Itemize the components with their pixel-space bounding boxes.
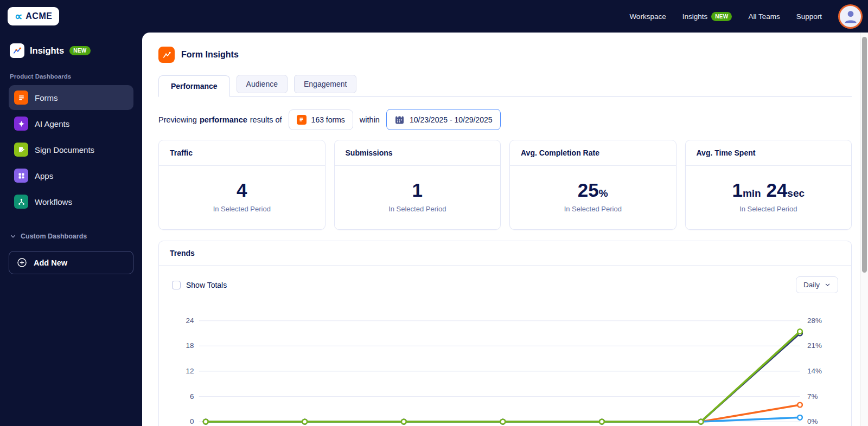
- user-avatar[interactable]: [838, 4, 863, 29]
- tab-engagement[interactable]: Engagement: [294, 75, 356, 93]
- traffic-value: 4: [159, 180, 325, 199]
- forms-icon: [14, 91, 28, 105]
- acme-logo-icon: ∝: [15, 11, 22, 22]
- stat-card-submissions: Submissions 1 In Selected Period: [334, 140, 501, 230]
- sidebar-item-apps[interactable]: Apps: [9, 163, 133, 188]
- main-content: Form Insights Performance Audience Engag…: [142, 33, 868, 426]
- tab-bar: Performance Audience Engagement: [158, 75, 852, 97]
- apps-icon: [14, 169, 28, 183]
- svg-text:0: 0: [190, 417, 194, 425]
- submissions-value: 1: [335, 180, 501, 199]
- nav-link-insights[interactable]: Insights NEW: [682, 12, 732, 21]
- svg-text:24: 24: [186, 317, 194, 325]
- filter-label: Previewingperformanceresults of: [158, 115, 282, 124]
- svg-text:28%: 28%: [807, 317, 822, 325]
- tab-performance[interactable]: Performance: [158, 75, 230, 97]
- svg-text:21%: 21%: [807, 341, 822, 350]
- interval-select[interactable]: Daily: [796, 276, 838, 293]
- form-insights-icon: [158, 47, 175, 63]
- show-totals-checkbox[interactable]: Show Totals: [172, 281, 227, 289]
- date-range-button[interactable]: 10/23/2025 - 10/29/2025: [386, 109, 501, 130]
- checkbox-box[interactable]: [172, 281, 181, 289]
- stat-card-time-spent: Avg. Time Spent 1min 24sec In Selected P…: [685, 140, 852, 230]
- calendar-icon: [394, 114, 405, 125]
- stat-cards: Traffic 4 In Selected Period Submissions…: [158, 140, 852, 230]
- stat-card-traffic: Traffic 4 In Selected Period: [158, 140, 326, 230]
- sidebar-item-sign-documents[interactable]: Sign Documents: [9, 137, 133, 162]
- new-badge: NEW: [711, 12, 732, 21]
- sidebar-section-label: Product Dashboards: [9, 68, 133, 85]
- top-nav-links: Workspace Insights NEW All Teams Support: [629, 4, 863, 29]
- trends-chart[interactable]: 2428%1821%1214%67%00%October 24, 2025Oct…: [159, 293, 851, 426]
- acme-logo[interactable]: ∝ ACME: [8, 7, 59, 25]
- svg-text:12: 12: [186, 367, 194, 375]
- workflows-icon: [14, 195, 28, 209]
- chevron-down-icon: [825, 282, 831, 288]
- stat-card-completion-rate: Avg. Completion Rate 25% In Selected Per…: [509, 140, 676, 230]
- svg-text:18: 18: [186, 341, 194, 350]
- sidebar-item-workflows[interactable]: Workflows: [9, 189, 133, 214]
- svg-text:0%: 0%: [807, 417, 818, 425]
- svg-text:14%: 14%: [807, 367, 822, 375]
- trends-card: Trends Show Totals Daily 2428%1821%1214%…: [158, 241, 852, 426]
- sidebar-title: Insights: [30, 46, 64, 56]
- insights-icon: [10, 43, 24, 58]
- form-icon: [297, 115, 307, 125]
- ai-agents-icon: [14, 117, 28, 131]
- sidebar-item-ai-agents[interactable]: AI Agents: [9, 111, 133, 136]
- acme-logo-text: ACME: [25, 11, 52, 21]
- custom-dashboards-toggle[interactable]: Custom Dashboards: [10, 233, 132, 240]
- trends-title: Trends: [159, 241, 851, 266]
- chevron-down-icon: [10, 233, 16, 240]
- completion-rate-value: 25%: [510, 180, 676, 199]
- plus-circle-icon: [17, 257, 27, 268]
- time-spent-value: 1min 24sec: [686, 180, 852, 199]
- nav-link-support[interactable]: Support: [796, 12, 822, 21]
- top-navbar: ∝ ACME Workspace Insights NEW All Teams …: [0, 0, 868, 33]
- tab-audience[interactable]: Audience: [237, 75, 288, 93]
- filter-row: Previewingperformanceresults of 163 form…: [158, 109, 852, 130]
- page-title: Form Insights: [181, 50, 239, 60]
- svg-text:6: 6: [190, 392, 194, 401]
- page-header: Form Insights: [158, 47, 852, 63]
- sidebar-header: Insights NEW: [9, 42, 133, 68]
- nav-link-workspace[interactable]: Workspace: [629, 12, 666, 21]
- sidebar-new-badge: NEW: [69, 46, 90, 55]
- add-new-button[interactable]: Add New: [9, 251, 133, 274]
- scrollbar-thumb[interactable]: [862, 37, 867, 273]
- sidebar-item-forms[interactable]: Forms: [9, 85, 133, 110]
- nav-link-all-teams[interactable]: All Teams: [748, 12, 780, 21]
- forms-count-button[interactable]: 163 forms: [289, 109, 353, 130]
- sidebar: Insights NEW Product Dashboards Forms AI…: [0, 33, 142, 426]
- filter-within-text: within: [360, 115, 380, 124]
- vertical-scrollbar[interactable]: [860, 33, 868, 426]
- person-icon: [843, 8, 859, 24]
- sign-documents-icon: [14, 143, 28, 157]
- svg-text:7%: 7%: [807, 392, 818, 401]
